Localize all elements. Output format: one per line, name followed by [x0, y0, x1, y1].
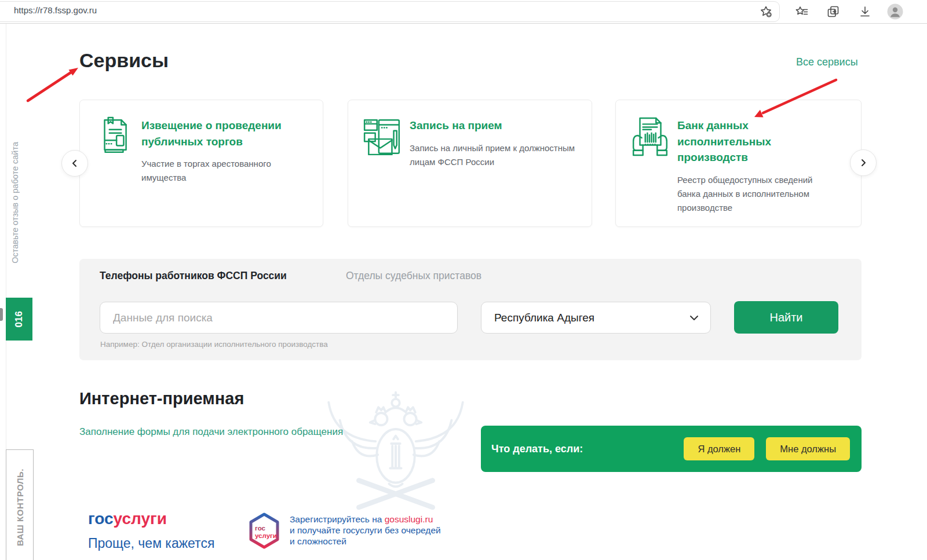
annotation-arrow-databank — [749, 74, 843, 125]
search-hint: Например: Отдел организации исполнительн… — [100, 340, 328, 349]
downloads-icon[interactable] — [858, 5, 872, 19]
gosuslugi-emblem-line2: услуги — [255, 532, 277, 539]
service-card-title: Запись на прием — [410, 118, 579, 134]
search-input[interactable] — [100, 302, 458, 334]
gosuslugi-wordmark-red: услуги — [114, 510, 167, 528]
site-feedback-tab[interactable]: Оставьте отзыв о работе сайта — [10, 129, 20, 277]
service-card-appointment[interactable]: Запись на прием Запись на личный прием к… — [348, 100, 592, 227]
gosuslugi-emblem-icon[interactable]: гос услуги — [246, 513, 282, 550]
gosuslugi-wordmark[interactable]: госуслуги — [88, 510, 167, 528]
annotation-arrow-services — [24, 64, 86, 104]
service-card-description: Запись на личный прием к должностным лиц… — [410, 141, 579, 170]
tab-fssp-phones[interactable]: Телефоны работников ФССП России — [100, 270, 287, 282]
fssp-emblem-watermark — [317, 387, 474, 517]
service-card-public-auctions[interactable]: Извещение о проведении публичных торгов … — [79, 100, 323, 227]
i-owe-button[interactable]: Я должен — [684, 437, 754, 460]
gosuslugi-emblem-line1: гос — [255, 525, 266, 532]
add-favorite-icon[interactable] — [759, 5, 773, 19]
service-card-description: Реестр общедоступных сведений банка данн… — [677, 173, 826, 215]
appointment-icon — [363, 116, 402, 157]
service-card-description: Участие в торгах арестованного имущества — [141, 157, 310, 185]
gosuslugi-promo-line2: и получайте госуслуги без очередей — [290, 525, 441, 536]
gosuslugi-wordmark-blue: гос — [88, 510, 114, 528]
gosuslugi-promo: Зарегистрируйтесь на gosuslugi.ru и полу… — [290, 514, 441, 547]
counter-badge-value: 016 — [13, 311, 25, 327]
reception-form-link[interactable]: Заполнение формы для подачи электронного… — [79, 426, 343, 438]
region-select-value: Республика Адыгея — [494, 312, 594, 324]
service-card-title: Извещение о проведении публичных торгов — [141, 118, 310, 149]
favorites-list-icon[interactable] — [795, 5, 809, 19]
address-url[interactable]: https://r78.fssp.gov.ru — [14, 5, 97, 15]
vash-kontrol-widget[interactable]: ВАШ КОНТРОЛЬ. — [6, 449, 34, 560]
profile-avatar-icon[interactable] — [887, 3, 903, 20]
all-services-link[interactable]: Все сервисы — [796, 56, 858, 68]
carousel-prev-button[interactable] — [61, 150, 88, 177]
what-if-banner: Что делать, если: Я должен Мне должны — [481, 426, 862, 472]
chevron-left-icon — [71, 159, 79, 167]
carousel-next-button[interactable] — [850, 149, 877, 176]
auction-document-icon — [95, 116, 133, 157]
page-title: Сервисы — [79, 49, 169, 72]
what-if-label: Что делать, если: — [491, 443, 583, 455]
find-button[interactable]: Найти — [734, 301, 838, 334]
phones-search-panel: Телефоны работников ФССП России Отделы с… — [79, 259, 862, 360]
region-select[interactable]: Республика Адыгея — [481, 302, 711, 334]
collections-icon[interactable] — [826, 5, 840, 19]
reception-title: Интернет-приемная — [79, 389, 244, 408]
tab-bailiff-departments[interactable]: Отделы судебных приставов — [346, 270, 481, 282]
left-edge-handle[interactable] — [0, 308, 3, 321]
address-bar[interactable] — [0, 1, 780, 22]
gosuslugi-tagline: Проще, чем кажется — [88, 536, 214, 551]
data-bank-icon — [631, 116, 669, 157]
gosuslugi-promo-line3: и сложностей — [290, 536, 441, 547]
vash-kontrol-label: ВАШ КОНТРОЛЬ. — [15, 469, 25, 546]
site-feedback-label: Оставьте отзыв о работе сайта — [10, 142, 20, 263]
chevron-down-icon — [689, 315, 699, 321]
browser-toolbar: https://r78.fssp.gov.ru — [0, 0, 927, 24]
fssp-services-page: https://r78.fssp.gov.ru Оставьте отзыв о… — [0, 0, 927, 560]
counter-badge[interactable]: 016 — [6, 298, 32, 341]
chevron-right-icon — [859, 159, 867, 167]
owed-to-me-button[interactable]: Мне должны — [766, 437, 850, 460]
